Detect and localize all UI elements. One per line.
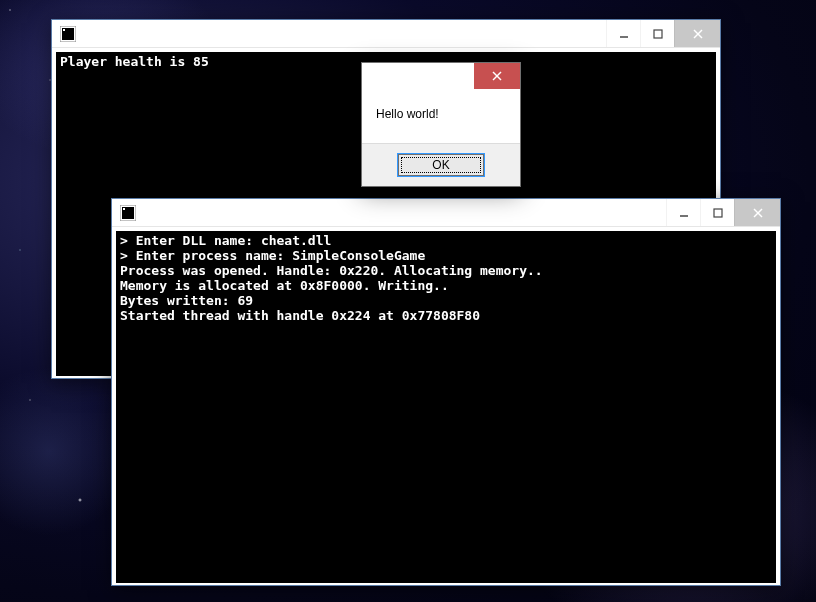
- dialog-message: Hello world!: [362, 89, 520, 143]
- maximize-button[interactable]: [640, 20, 674, 47]
- ok-button[interactable]: OK: [398, 154, 484, 176]
- minimize-button[interactable]: [666, 199, 700, 226]
- titlebar-1[interactable]: [52, 20, 720, 48]
- dialog-titlebar[interactable]: [362, 63, 520, 89]
- minimize-button[interactable]: [606, 20, 640, 47]
- dialog-footer: OK: [362, 143, 520, 186]
- close-button[interactable]: [734, 199, 780, 226]
- cmd-icon: [60, 26, 76, 42]
- svg-rect-2: [63, 29, 65, 31]
- console-output-2: > Enter DLL name: cheat.dll > Enter proc…: [116, 231, 776, 583]
- console-window-2: > Enter DLL name: cheat.dll > Enter proc…: [111, 198, 781, 586]
- close-button[interactable]: [674, 20, 720, 47]
- title-text-1: [82, 20, 606, 47]
- cmd-icon: [120, 205, 136, 221]
- window-buttons-2: [666, 199, 780, 226]
- titlebar-2[interactable]: [112, 199, 780, 227]
- svg-rect-4: [654, 30, 662, 38]
- svg-rect-13: [714, 209, 722, 217]
- message-box: Hello world! OK: [361, 62, 521, 187]
- svg-rect-11: [123, 208, 125, 210]
- dialog-close-button[interactable]: [474, 63, 520, 89]
- title-text-2: [142, 199, 666, 226]
- maximize-button[interactable]: [700, 199, 734, 226]
- window-buttons-1: [606, 20, 720, 47]
